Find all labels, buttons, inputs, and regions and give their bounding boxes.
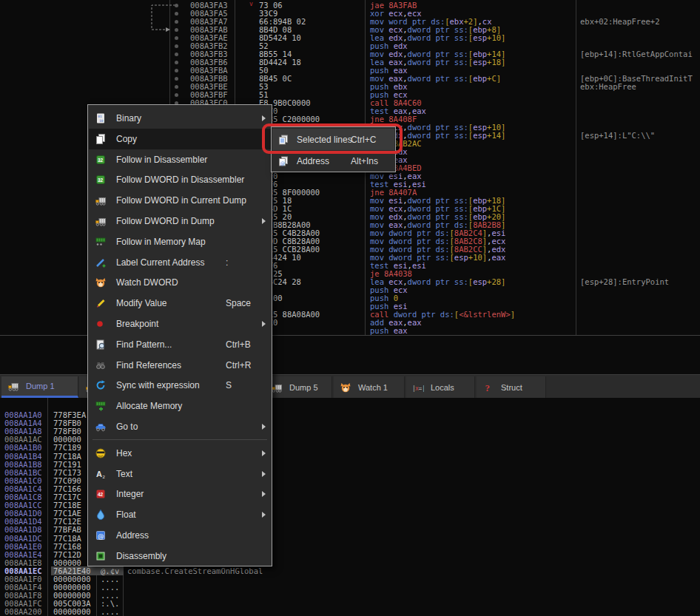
disassembly-row[interactable]: 008A3FBE53push ebxebx:HeapFree <box>0 83 700 91</box>
menu-item-label: Address <box>116 530 149 541</box>
disassembly-row[interactable]: 008A3FBB8B45 0Cmov eax,dword ptr ss:[ebp… <box>0 75 700 83</box>
breakpoint-dot[interactable] <box>175 36 178 40</box>
menu-item-breakpoint[interactable]: Breakpoint <box>89 314 271 334</box>
dump-value: 77BFAB <box>53 526 81 534</box>
submenu-item-shortcut: Alt+Ins <box>351 156 378 166</box>
tab-dump-5[interactable]: Dump 5 <box>265 376 332 398</box>
menu-item-label: Follow in Disassembler <box>116 155 207 165</box>
breakpoint-dot[interactable] <box>175 93 178 97</box>
menu-item-find-pattern[interactable]: Find Pattern...Ctrl+B <box>89 334 271 355</box>
pencil-icon <box>95 297 107 309</box>
tab-label: Watch 1 <box>358 383 388 392</box>
breakpoint-dot[interactable] <box>175 53 178 56</box>
menu-item-shortcut: Space <box>226 298 251 308</box>
disassembly-row[interactable]: 008A3FB68D4424 18lea eax,dword ptr ss:[e… <box>0 58 700 67</box>
menu-item-label: Sync with expression <box>116 380 200 390</box>
menu-item-label: Modify Value <box>116 298 166 308</box>
tab-label: Dump 1 <box>26 382 55 390</box>
menu-item-label: Follow DWORD in Disassembler <box>116 175 244 185</box>
disassembly-row[interactable]: 008A3FB38B55 14mov edx,dword ptr ss:[ebp… <box>0 50 700 58</box>
menu-item-label-current-address[interactable]: Label Current Address: <box>89 252 271 273</box>
instruction-comment: ebx:HeapFree <box>580 83 700 91</box>
menu-item-label: Find References <box>116 360 181 370</box>
dump-address: 008AA1DC <box>4 535 42 543</box>
menu-item-float[interactable]: Float <box>89 504 271 525</box>
tab-watch-1[interactable]: Watch 1 <box>334 376 405 398</box>
breakpoint-icon <box>95 318 107 330</box>
watch-fox-icon <box>340 382 353 393</box>
binoculars-icon <box>95 359 107 371</box>
jump-taken-icon: v <box>249 1 253 7</box>
breakpoint-dot[interactable] <box>175 69 178 72</box>
menu-item-follow-dword-in-current-dump[interactable]: Follow DWORD in Current Dump <box>89 190 271 211</box>
svg-text:@: @ <box>280 160 286 166</box>
submenu-arrow-icon <box>262 491 266 497</box>
cpu32-icon: 32 <box>95 154 107 166</box>
menu-item-label: Follow DWORD in Dump <box>116 216 215 226</box>
menu-item-integer[interactable]: 42Integer <box>89 484 271 504</box>
menu-item-label: Watch DWORD <box>116 277 178 288</box>
instruction-comment: [ebp+14]:RtlGetAppContai <box>580 50 700 58</box>
breakpoint-dot[interactable] <box>175 77 178 81</box>
disassembly-row[interactable]: 008A3FB252push edx <box>0 42 700 50</box>
menu-item-text[interactable]: A2Text <box>89 464 271 484</box>
dump-address: 008AA1B8 <box>4 461 42 469</box>
submenu-arrow-icon <box>262 424 266 430</box>
menu-item-modify-value[interactable]: Modify ValueSpace <box>89 293 271 314</box>
menu-item-label: Find Pattern... <box>116 339 172 350</box>
menu-item-shortcut: Ctrl+B <box>226 339 251 350</box>
breakpoint-dot[interactable] <box>175 12 178 16</box>
disassembly-row[interactable]: 008A3FAB8B4D 08mov ecx,dword ptr ss:[ebp… <box>0 26 700 34</box>
dump-value: 77C18A <box>53 535 81 543</box>
dump-truck-icon <box>95 194 107 206</box>
menu-item-follow-in-disassembler[interactable]: 32Follow in Disassembler <box>89 149 271 170</box>
tab-struct[interactable]: ?Struct <box>477 376 546 398</box>
dump-truck-icon <box>7 380 21 392</box>
menu-item-follow-in-memory-map[interactable]: Follow in Memory Map <box>89 231 271 252</box>
menu-item-allocate-memory[interactable]: Allocate Memory <box>89 396 271 416</box>
menu-item-follow-dword-in-dump[interactable]: Follow DWORD in Dump <box>89 211 271 231</box>
menu-item-label: Disassembly <box>116 551 166 561</box>
dump-address: 008AA1D8 <box>4 526 42 534</box>
breakpoint-dot[interactable] <box>175 28 178 32</box>
menu-item-label: Copy <box>116 134 137 144</box>
menu-item-label: Binary <box>116 113 141 123</box>
dump-truck-icon <box>95 215 107 227</box>
menu-item-copy[interactable]: Copy <box>89 129 271 149</box>
tab-label: Struct <box>501 383 522 392</box>
disassembly-row[interactable]: v008A3FA373 06jae 8A3FAB <box>0 1 700 10</box>
submenu-item-label: Address <box>297 156 329 166</box>
breakpoint-dot[interactable] <box>175 85 178 89</box>
menu-item-find-references[interactable]: Find ReferencesCtrl+R <box>89 355 271 376</box>
dump-address: 008AA1B4 <box>4 453 42 461</box>
menu-item-watch-dword[interactable]: Watch DWORD <box>89 272 271 293</box>
menu-item-hex[interactable]: Hex <box>89 443 271 464</box>
breakpoint-dot[interactable] <box>175 61 178 64</box>
submenu-arrow-icon <box>262 218 266 224</box>
disassembly-row[interactable]: 008A3FBF51push ecx <box>0 91 700 99</box>
svg-text:01: 01 <box>98 115 102 118</box>
svg-text:@: @ <box>98 532 104 540</box>
disassembly-row[interactable]: 008A3FAE8D5424 10lea edx,dword ptr ss:[e… <box>0 34 700 42</box>
alloc-icon <box>95 400 107 412</box>
menu-item-sync-with-expression[interactable]: Sync with expressionS <box>89 375 271 396</box>
tab-label: Dump 5 <box>289 383 318 392</box>
disassembly-row[interactable]: 008A3FA533C9xor ecx,ecx <box>0 10 700 18</box>
annotation-highlight <box>262 123 403 154</box>
svg-text:10: 10 <box>99 119 104 123</box>
menu-item-follow-dword-in-disassembler[interactable]: 32Follow DWORD in Disassembler <box>89 169 271 190</box>
tab-dump-1[interactable]: Dump 1 <box>1 376 78 398</box>
disassembly-row[interactable]: 008A3FBA50push eax <box>0 67 700 75</box>
menu-item-shortcut: Ctrl+R <box>226 360 251 370</box>
dump-row[interactable]: 008AA20000000000.... <box>0 608 700 616</box>
menu-item-disassembly[interactable]: Disassembly <box>89 546 271 566</box>
menu-item-address[interactable]: @Address <box>89 525 271 546</box>
menu-item-go-to[interactable]: Go to <box>89 416 271 437</box>
tab-locals[interactable]: |x=|Locals <box>406 376 475 398</box>
debugger-window: v008A3FA373 06jae 8A3FAB008A3FA533C9xor … <box>0 0 700 616</box>
disassembly-row[interactable]: 008A3FA766:894B 02mov word ptr ds:[ebx+2… <box>0 18 700 26</box>
menu-item-binary[interactable]: 0110Binary <box>89 108 271 129</box>
breakpoint-dot[interactable] <box>175 4 178 7</box>
breakpoint-dot[interactable] <box>175 44 178 48</box>
breakpoint-dot[interactable] <box>175 20 178 24</box>
